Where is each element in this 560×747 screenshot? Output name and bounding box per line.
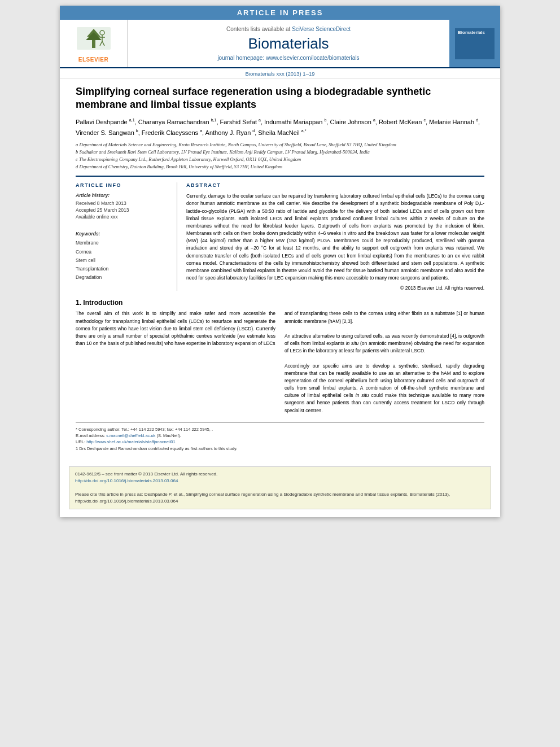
url-label: URL: — [76, 439, 85, 444]
doi-line: http://dx.doi.org/10.1016/j.biomaterials… — [75, 478, 485, 484]
email-link[interactable]: s.macneil@sheffield.ac.uk — [106, 433, 156, 438]
elsevier-svg-icon — [71, 24, 116, 55]
authors: Pallavi Deshpande a,1, Charanya Ramachan… — [76, 117, 484, 138]
keyword-membrane: Membrane — [76, 239, 170, 247]
introduction-two-col: The overall aim of this work is to simpl… — [76, 310, 484, 414]
keyword-stemcell: Stem cell — [76, 256, 170, 265]
elsevier-wordmark: ELSEVIER — [78, 56, 108, 63]
keywords-label: Keywords: — [76, 231, 170, 237]
content-area: Simplifying corneal surface regeneration… — [60, 78, 500, 461]
authors-text: Pallavi Deshpande a,1, Charanya Ramachan… — [76, 119, 480, 136]
journal-homepage-link[interactable]: www.elsevier.com/locate/biomaterials — [266, 55, 360, 61]
introduction-section: 1. Introduction The overall aim of this … — [76, 299, 484, 414]
affiliation-b: b Sudhakar and Sreekanth Ravi Stem Cell … — [76, 148, 484, 156]
affiliation-c: c The Electrospinning Company Ltd., Ruth… — [76, 156, 484, 163]
article-title: Simplifying corneal surface regeneration… — [76, 85, 484, 112]
keyword-cornea: Cornea — [76, 248, 170, 256]
banner-text: ARTICLE IN PRESS — [237, 8, 323, 17]
journal-center: Contents lists available at SciVerse Sci… — [128, 20, 449, 67]
sciverse-line: Contents lists available at SciVerse Sci… — [226, 26, 351, 32]
biomaterials-badge: Biomaterials — [455, 28, 495, 59]
elsevier-logo-container: ELSEVIER — [60, 20, 128, 67]
article-info-heading: ARTICLE INFO — [76, 182, 170, 188]
affiliation-d: d Department of Chemistry, Dainton Build… — [76, 163, 484, 171]
journal-header: ELSEVIER Contents lists available at Sci… — [60, 20, 500, 68]
url-line: URL: http://www.shef.ac.uk/materials/sta… — [76, 439, 484, 445]
keyword-degradation: Degradation — [76, 273, 170, 282]
received-date: Received 8 March 2013 — [76, 200, 170, 206]
keywords-list: Membrane Cornea Stem cell Transplantatio… — [76, 239, 170, 282]
available-online: Available online xxx — [76, 214, 170, 220]
journal-title: Biomaterials — [248, 35, 329, 53]
affiliations: a Department of Materials Science and En… — [76, 141, 484, 170]
abstract-heading: ABSTRACT — [186, 182, 484, 188]
cite-text: Please cite this article in press as: De… — [75, 491, 485, 505]
ref-line: Biomaterials xxx (2013) 1–19 — [60, 68, 500, 78]
doi-link[interactable]: http://dx.doi.org/10.1016/j.biomaterials… — [75, 478, 178, 483]
abstract-col: ABSTRACT Currently, damage to the ocular… — [186, 182, 484, 291]
two-col-info-abstract: ARTICLE INFO Article history: Received 8… — [76, 176, 484, 291]
journal-logo-right: Biomaterials — [449, 20, 500, 67]
article-in-press-banner: ARTICLE IN PRESS — [60, 6, 500, 20]
abstract-text: Currently, damage to the ocular surface … — [186, 193, 484, 282]
email-line: E-mail address: s.macneil@sheffield.ac.u… — [76, 433, 484, 439]
corresponding-author: * Corresponding author. Tel.: +44 114 22… — [76, 426, 484, 433]
intro-col-left: The overall aim of this work is to simpl… — [76, 310, 275, 414]
history-label: Article history: — [76, 193, 170, 198]
intro-col-right: and of transplanting these cells to the … — [285, 310, 484, 414]
issn-line: 0142-9612/$ – see front matter © 2013 El… — [75, 471, 485, 478]
affiliation-a: a Department of Materials Science and En… — [76, 141, 484, 148]
accepted-date: Accepted 25 March 2013 — [76, 207, 170, 213]
elsevier-tree: ELSEVIER — [71, 24, 116, 63]
svg-rect-1 — [92, 40, 95, 48]
page: ARTICLE IN PRESS — [60, 6, 500, 517]
email-label: E-mail address: — [76, 433, 105, 438]
keyword-transplantation: Transplantation — [76, 265, 170, 273]
bottom-bar: 0142-9612/$ – see front matter © 2013 El… — [69, 466, 491, 509]
footnotes: * Corresponding author. Tel.: +44 114 22… — [76, 422, 484, 452]
introduction-heading: 1. Introduction — [76, 299, 484, 307]
footnote-1: 1 Drs Deshpande and Ramachandran contrib… — [76, 445, 484, 452]
sciverse-link[interactable]: SciVerse ScienceDirect — [292, 26, 351, 32]
copyright-line: © 2013 Elsevier Ltd. All rights reserved… — [186, 285, 484, 291]
url-link[interactable]: http://www.shef.ac.uk/materials/staffjan… — [86, 439, 175, 444]
article-info-col: ARTICLE INFO Article history: Received 8… — [76, 182, 177, 291]
journal-homepage: journal homepage: www.elsevier.com/locat… — [217, 55, 359, 61]
